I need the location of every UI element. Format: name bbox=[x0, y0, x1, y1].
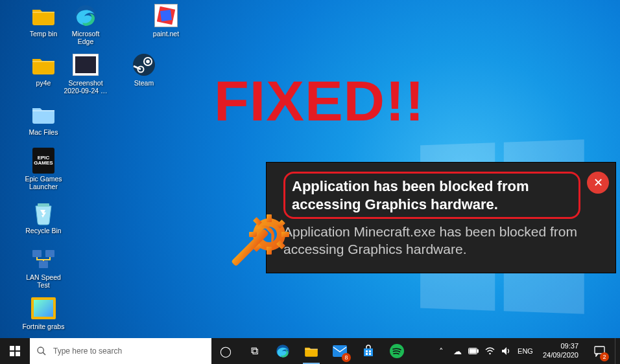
svg-rect-14 bbox=[267, 247, 272, 255]
notification-title-highlight: Application has been blocked from access… bbox=[283, 172, 580, 219]
desktop-icon-screenshot[interactable]: Screenshot 2020-09-24 … bbox=[64, 52, 108, 95]
mail-taskbar[interactable]: 8 bbox=[326, 338, 354, 364]
show-desktop-button[interactable] bbox=[615, 338, 619, 364]
notification-badge: 2 bbox=[600, 352, 609, 361]
action-center-button[interactable]: 2 bbox=[586, 338, 613, 364]
svg-rect-32 bbox=[477, 350, 479, 352]
desktop-icon-recycle-bin[interactable]: Recycle Bin bbox=[21, 199, 66, 234]
paint-net-icon bbox=[153, 3, 179, 28]
desktop-icon-label: Microsoft Edge bbox=[64, 30, 108, 45]
desktop-icon-fortnite-grabs[interactable]: Fortnite grabs bbox=[21, 295, 66, 330]
desktop-icon-label: LAN Speed Test bbox=[21, 273, 66, 289]
epic-games-icon: EPICGAMES bbox=[30, 148, 56, 174]
svg-rect-8 bbox=[32, 250, 42, 257]
clock[interactable]: 09:37 24/09/2020 bbox=[538, 342, 584, 360]
store-taskbar[interactable] bbox=[354, 338, 383, 364]
system-tray: ˄ ☁ ENG 09:37 24/09/2020 2 bbox=[430, 338, 620, 364]
fortnite-grabs-icon bbox=[30, 295, 56, 321]
desktop-icon-py4e[interactable]: py4e bbox=[21, 52, 66, 87]
svg-point-3 bbox=[133, 54, 155, 76]
svg-rect-16 bbox=[281, 232, 289, 237]
desktop-icon-microsoft-edge[interactable]: Microsoft Edge bbox=[64, 3, 108, 45]
desktop-icon-label: Fortnite grabs bbox=[23, 323, 65, 330]
svg-rect-26 bbox=[366, 350, 368, 352]
desktop-icon-label: paint.net bbox=[153, 30, 179, 38]
clock-date: 24/09/2020 bbox=[543, 351, 578, 360]
tray-chevron-icon[interactable]: ˄ bbox=[434, 338, 448, 364]
desktop-icon-paint-net[interactable]: paint.net bbox=[144, 3, 188, 38]
spotify-taskbar[interactable] bbox=[383, 338, 411, 364]
file-explorer-taskbar[interactable] bbox=[297, 338, 326, 364]
svg-rect-15 bbox=[249, 232, 257, 237]
battery-icon[interactable] bbox=[466, 338, 481, 364]
svg-rect-27 bbox=[369, 350, 371, 352]
desktop-icon-temp-bin[interactable]: Temp bin bbox=[21, 3, 66, 38]
desktop-icon-label: Recycle Bin bbox=[25, 227, 61, 234]
taskbar-badge: 8 bbox=[342, 353, 351, 362]
svg-point-5 bbox=[146, 60, 150, 63]
desktop-icon-label: Steam bbox=[134, 79, 154, 87]
svg-point-22 bbox=[38, 347, 43, 353]
fixed-overlay-text: FIXED!! bbox=[214, 68, 425, 134]
desktop-icon-mac-files[interactable]: Mac Files bbox=[21, 101, 66, 136]
cortana-button[interactable]: ◯ bbox=[211, 338, 240, 364]
taskbar: Type here to search ◯⧉8 ˄ ☁ ENG 09:37 24… bbox=[0, 338, 620, 364]
volume-icon[interactable] bbox=[499, 338, 513, 364]
search-icon bbox=[36, 346, 47, 356]
search-placeholder: Type here to search bbox=[53, 347, 122, 356]
steam-icon bbox=[131, 52, 157, 78]
onedrive-icon[interactable]: ☁ bbox=[450, 338, 464, 364]
svg-rect-10 bbox=[39, 261, 48, 268]
screenshot-icon bbox=[73, 52, 99, 78]
desktop-icon-lan-speed[interactable]: LAN Speed Test bbox=[21, 246, 66, 289]
svg-rect-29 bbox=[369, 353, 371, 355]
clock-time: 09:37 bbox=[560, 342, 578, 351]
error-notification-toast: ✕ Application has been blocked from acce… bbox=[266, 162, 616, 273]
svg-line-23 bbox=[43, 352, 45, 355]
edge-taskbar[interactable] bbox=[268, 338, 297, 364]
temp-bin-icon bbox=[30, 3, 56, 28]
wrench-gear-icon bbox=[217, 196, 302, 280]
desktop-icon-label: Screenshot 2020-09-24 … bbox=[64, 79, 108, 95]
desktop-icon-label: py4e bbox=[36, 79, 51, 87]
py4e-icon bbox=[30, 52, 56, 78]
close-icon[interactable]: ✕ bbox=[587, 172, 609, 194]
notification-body: Application Minecraft.exe has been block… bbox=[283, 223, 580, 258]
desktop-icon-epic-games[interactable]: EPICGAMES Epic Games Launcher bbox=[21, 148, 66, 190]
svg-rect-33 bbox=[470, 349, 476, 353]
microsoft-edge-icon bbox=[73, 3, 99, 28]
mac-files-icon bbox=[30, 101, 56, 127]
svg-rect-28 bbox=[366, 353, 368, 355]
svg-rect-9 bbox=[45, 250, 54, 257]
recycle-bin-icon bbox=[30, 199, 56, 225]
task-view-button[interactable]: ⧉ bbox=[240, 338, 268, 364]
desktop-icon-steam[interactable]: Steam bbox=[122, 52, 166, 87]
start-button[interactable] bbox=[0, 338, 30, 364]
lan-speed-icon bbox=[30, 246, 56, 272]
wifi-icon[interactable] bbox=[483, 338, 497, 364]
desktop-icon-label: Epic Games Launcher bbox=[21, 175, 66, 190]
desktop-icon-label: Mac Files bbox=[29, 128, 58, 136]
search-input[interactable]: Type here to search bbox=[30, 338, 211, 364]
svg-rect-13 bbox=[267, 214, 272, 222]
svg-rect-7 bbox=[38, 203, 49, 207]
desktop-icon-label: Temp bin bbox=[30, 30, 58, 38]
windows-icon bbox=[10, 346, 20, 356]
language-indicator[interactable]: ENG bbox=[515, 338, 536, 364]
svg-point-34 bbox=[489, 353, 491, 355]
notification-title: Application has been blocked from access… bbox=[292, 177, 572, 213]
svg-rect-2 bbox=[160, 10, 172, 21]
